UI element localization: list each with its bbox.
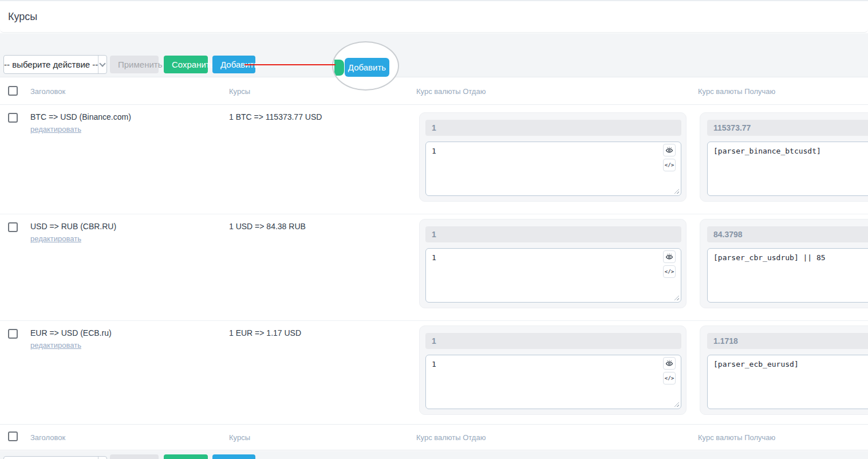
- column-header-receive: Курс валюты Получаю: [698, 78, 775, 105]
- code-icon: </>: [665, 162, 674, 168]
- receive-rate-panel: [parser_ecb_eurusd]: [700, 325, 868, 415]
- give-rate-input[interactable]: [425, 120, 681, 136]
- column-header-give: Курс валюты Отдаю: [416, 78, 486, 105]
- action-select-value: -- выберите действие --: [4, 60, 98, 69]
- edit-link[interactable]: редактировать: [30, 234, 81, 243]
- give-formula-wrap: 1 </>: [425, 248, 681, 303]
- receive-formula-textarea[interactable]: [parser_ecb_eurusd]: [707, 355, 868, 409]
- give-rate-panel: 1 </>: [419, 112, 686, 202]
- action-select[interactable]: -- выберите действие --: [3, 55, 107, 74]
- column-header-receive: Курс валюты Получаю: [698, 425, 775, 451]
- rate-summary: 1 EUR => 1.17 USD: [229, 328, 301, 338]
- table-row: USD => RUB (CBR.RU) редактировать 1 USD …: [0, 215, 868, 321]
- preview-button[interactable]: [663, 250, 676, 263]
- column-header-title: Заголовок: [30, 78, 65, 105]
- receive-rate-input[interactable]: [707, 333, 868, 349]
- give-formula-wrap: 1 </>: [425, 142, 681, 196]
- add-button[interactable]: Добавить: [212, 454, 255, 459]
- code-button[interactable]: </>: [663, 159, 676, 171]
- table-row: EUR => USD (ECB.ru) редактировать 1 EUR …: [0, 321, 868, 424]
- edit-link[interactable]: редактировать: [30, 341, 81, 350]
- rates-admin-page: Курсы -- выберите действие -- Применить …: [0, 0, 868, 459]
- give-rate-input[interactable]: [425, 333, 681, 349]
- table-footer-header-row: Заголовок Курсы Курс валюты Отдаю Курс в…: [0, 424, 868, 450]
- magnified-add-button[interactable]: Добавить: [345, 58, 389, 77]
- chevron-down-icon: [99, 60, 105, 66]
- code-icon: </>: [665, 269, 674, 274]
- receive-rate-input[interactable]: [707, 226, 868, 242]
- row-checkbox[interactable]: [8, 222, 18, 232]
- code-button[interactable]: </>: [663, 265, 676, 278]
- code-button[interactable]: </>: [663, 372, 676, 385]
- row-title: EUR => USD (ECB.ru): [30, 328, 112, 338]
- receive-formula-wrap: [parser_binance_btcusdt]: [707, 142, 868, 196]
- select-caret-box: [98, 56, 106, 73]
- give-rate-panel: 1 </>: [419, 219, 686, 308]
- rate-summary: 1 USD => 84.38 RUB: [229, 222, 306, 231]
- apply-button[interactable]: Применить: [110, 56, 159, 73]
- receive-formula-wrap: [parser_ecb_eurusd]: [707, 355, 868, 409]
- eye-icon: [665, 359, 673, 367]
- give-formula-textarea[interactable]: 1: [425, 142, 681, 196]
- eye-icon: [665, 253, 673, 261]
- column-header-rates: Курсы: [229, 425, 250, 451]
- code-icon: </>: [665, 375, 674, 381]
- give-formula-textarea[interactable]: 1: [425, 248, 681, 303]
- give-rate-input[interactable]: [425, 226, 681, 242]
- eye-icon: [665, 146, 673, 154]
- select-all-checkbox[interactable]: [8, 86, 18, 96]
- page-header-card: Курсы: [0, 1, 868, 33]
- receive-formula-textarea[interactable]: [parser_binance_btcusdt]: [707, 142, 868, 196]
- receive-rate-input[interactable]: [707, 120, 868, 136]
- column-header-give: Курс валюты Отдаю: [416, 425, 486, 451]
- edit-link[interactable]: редактировать: [30, 125, 81, 134]
- table-header-row: Заголовок Курсы Курс валюты Отдаю Курс в…: [0, 78, 868, 105]
- page-title: Курсы: [8, 1, 37, 33]
- select-all-checkbox[interactable]: [8, 431, 18, 441]
- row-title: USD => RUB (CBR.RU): [30, 222, 116, 231]
- save-button[interactable]: Сохранить: [164, 56, 208, 73]
- receive-rate-panel: [parser_cbr_usdrub] || 85: [700, 219, 868, 308]
- toolbar-band-bottom: -- выберите действие -- Применить Сохран…: [0, 451, 868, 459]
- action-select[interactable]: -- выберите действие --: [3, 456, 107, 459]
- apply-button[interactable]: Применить: [110, 454, 159, 459]
- select-caret-box: [98, 457, 106, 459]
- receive-formula-textarea[interactable]: [parser_cbr_usdrub] || 85: [707, 248, 868, 303]
- give-formula-wrap: 1 </>: [425, 355, 681, 409]
- preview-button[interactable]: [663, 144, 676, 156]
- give-rate-panel: 1 </>: [419, 325, 686, 415]
- column-header-rates: Курсы: [229, 78, 250, 105]
- row-checkbox[interactable]: [8, 113, 18, 123]
- give-formula-textarea[interactable]: 1: [425, 355, 681, 409]
- preview-button[interactable]: [663, 357, 676, 370]
- table-row: BTC => USD (Binance.com) редактировать 1…: [0, 105, 868, 214]
- rate-summary: 1 BTC => 115373.77 USD: [229, 112, 322, 121]
- save-button[interactable]: Сохранить: [164, 454, 208, 459]
- annotation-magnifier-circle: Добавить: [332, 41, 399, 91]
- toolbar-band: -- выберите действие -- Применить Сохран…: [0, 33, 868, 77]
- receive-formula-wrap: [parser_cbr_usdrub] || 85: [707, 248, 868, 303]
- receive-rate-panel: [parser_binance_btcusdt]: [700, 112, 868, 202]
- row-title: BTC => USD (Binance.com): [30, 112, 131, 121]
- magnified-save-button-edge: [334, 60, 344, 76]
- row-checkbox[interactable]: [8, 329, 18, 339]
- column-header-title: Заголовок: [30, 425, 65, 451]
- annotation-pointer-line: [244, 64, 336, 65]
